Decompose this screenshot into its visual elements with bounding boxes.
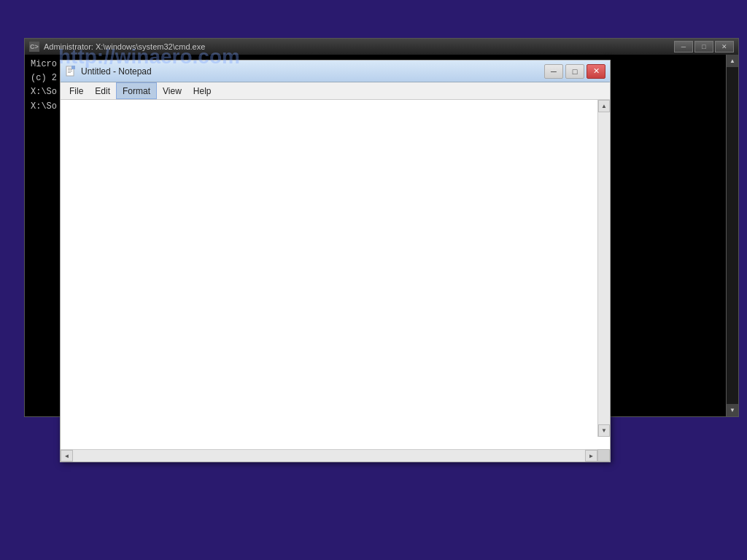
notepad-text-container: ▲ ▼ bbox=[61, 100, 610, 449]
notepad-close-button[interactable]: ✕ bbox=[587, 64, 605, 79]
notepad-horizontal-scrollbar: ◄ ► bbox=[61, 449, 597, 462]
notepad-window: Untitled - Notepad ─ □ ✕ File Edit Forma… bbox=[60, 60, 611, 462]
notepad-scroll-down-button[interactable]: ▼ bbox=[598, 424, 610, 437]
notepad-titlebar: Untitled - Notepad ─ □ ✕ bbox=[61, 61, 610, 82]
cmd-close-button[interactable]: ✕ bbox=[715, 41, 734, 52]
notepad-maximize-button[interactable]: □ bbox=[565, 64, 584, 79]
svg-rect-2 bbox=[68, 69, 72, 70]
notepad-hscroll-track bbox=[73, 450, 585, 462]
cmd-scroll-down-button[interactable]: ▼ bbox=[727, 404, 738, 416]
svg-rect-3 bbox=[68, 71, 72, 71]
menu-edit[interactable]: Edit bbox=[89, 82, 116, 99]
notepad-icon bbox=[65, 66, 77, 77]
menu-format[interactable]: Format bbox=[116, 82, 157, 99]
cmd-title: Administrator: X:\windows\system32\cmd.e… bbox=[44, 42, 670, 51]
cmd-icon: C> bbox=[29, 42, 39, 52]
notepad-bottom-row: ◄ ► bbox=[61, 449, 610, 462]
notepad-scroll-track bbox=[598, 112, 610, 424]
cmd-controls: ─ □ ✕ bbox=[674, 41, 734, 52]
notepad-scroll-up-button[interactable]: ▲ bbox=[598, 100, 610, 112]
menu-help[interactable]: Help bbox=[187, 82, 217, 99]
notepad-title: Untitled - Notepad bbox=[81, 66, 544, 77]
notepad-scroll-left-button[interactable]: ◄ bbox=[61, 450, 73, 462]
cmd-maximize-button[interactable]: □ bbox=[694, 41, 713, 52]
cmd-minimize-button[interactable]: ─ bbox=[674, 41, 693, 52]
svg-rect-5 bbox=[71, 66, 75, 69]
notepad-minimize-button[interactable]: ─ bbox=[544, 64, 563, 79]
cmd-scrollbar: ▲ ▼ bbox=[726, 55, 738, 416]
notepad-scroll-right-button[interactable]: ► bbox=[585, 450, 597, 462]
menu-file[interactable]: File bbox=[63, 82, 89, 99]
menu-view[interactable]: View bbox=[157, 82, 187, 99]
cmd-scroll-up-button[interactable]: ▲ bbox=[727, 55, 738, 67]
svg-rect-4 bbox=[68, 72, 71, 73]
notepad-controls: ─ □ ✕ bbox=[544, 64, 605, 79]
notepad-vertical-scrollbar: ▲ ▼ bbox=[597, 100, 610, 437]
cmd-titlebar: C> Administrator: X:\windows\system32\cm… bbox=[25, 39, 738, 55]
notepad-resize-corner[interactable] bbox=[597, 449, 610, 462]
notepad-menubar: File Edit Format View Help bbox=[61, 82, 610, 100]
notepad-textarea[interactable] bbox=[61, 100, 610, 449]
